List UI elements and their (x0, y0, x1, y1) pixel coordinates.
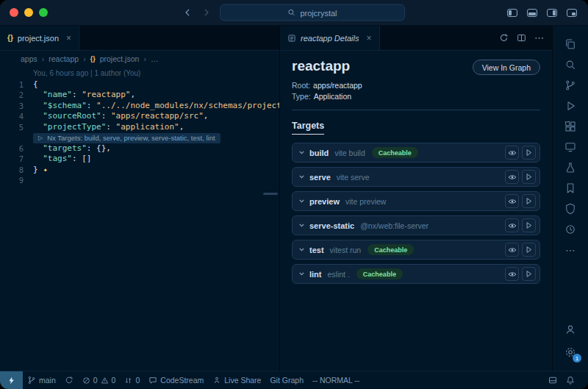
breadcrumb-item[interactable]: reactapp (49, 54, 79, 63)
cacheable-badge: Cacheable (372, 147, 418, 158)
sparkle-icon[interactable]: ✦ (43, 165, 48, 174)
vscode-window: projcrystal {} project.json × apps › (0, 0, 588, 389)
code-row: 9 (0, 175, 279, 186)
chevron-down-icon[interactable] (298, 174, 305, 180)
tab-project-json[interactable]: {} project.json × (0, 26, 79, 50)
line-number: 4 (0, 111, 33, 122)
view-target-icon[interactable] (505, 194, 519, 208)
target-row-build[interactable]: buildvite buildCacheable (292, 143, 540, 163)
explorer-icon[interactable] (561, 35, 580, 54)
toggle-primary-sidebar-icon[interactable] (507, 9, 517, 17)
breadcrumb-item[interactable]: apps (21, 54, 37, 63)
close-window-button[interactable] (10, 8, 18, 17)
compare-count: 0 (135, 376, 140, 385)
view-target-icon[interactable] (505, 218, 519, 232)
run-target-icon[interactable] (522, 267, 536, 281)
tab-label: project.json (18, 34, 59, 43)
history-icon[interactable] (561, 220, 580, 239)
code-row: 4 "sourceRoot": "apps/reactapp/src", (0, 111, 279, 122)
target-command: eslint . (328, 270, 350, 279)
account-icon[interactable] (561, 320, 580, 339)
forward-icon[interactable] (201, 8, 211, 18)
breadcrumb-item[interactable]: … (151, 54, 159, 63)
panel-layout-icon[interactable] (544, 376, 562, 385)
more-views-icon[interactable]: ⋯ (561, 240, 580, 260)
search-icon[interactable] (561, 55, 580, 74)
target-row-test[interactable]: testvitest runCacheable (292, 240, 540, 260)
breadcrumb[interactable]: apps › reactapp › {} project.json › … (0, 51, 279, 66)
more-actions-icon[interactable]: ⋯ (534, 32, 544, 43)
run-target-icon[interactable] (522, 243, 536, 257)
vim-mode-item[interactable]: -- NORMAL -- (308, 371, 364, 389)
nx-targets-hint[interactable]: ▷Nx Targets: build, serve, preview, serv… (33, 133, 220, 143)
problems-item[interactable]: 0 0 (78, 371, 121, 389)
remote-indicator[interactable] (0, 371, 23, 389)
close-tab-icon[interactable]: × (364, 33, 372, 43)
chevron-down-icon[interactable] (298, 271, 305, 277)
bell-icon[interactable] (562, 376, 579, 385)
toggle-panel-icon[interactable] (527, 9, 537, 17)
target-row-serve-static[interactable]: serve-static@nx/web:file-server (292, 215, 540, 235)
scrollbar-thumb[interactable] (263, 193, 278, 195)
zoom-window-button[interactable] (39, 8, 48, 17)
breadcrumb-separator: › (42, 54, 45, 63)
git-graph-item[interactable]: Git Graph (265, 371, 308, 389)
live-share-item[interactable]: Live Share (208, 371, 265, 389)
code-lines: You, 6 hours ago | 1 author (You)1{2 "na… (0, 68, 279, 186)
split-editor-icon[interactable] (517, 33, 526, 43)
cacheable-badge: Cacheable (356, 268, 403, 279)
source-control-icon[interactable] (561, 76, 580, 95)
run-target-icon[interactable] (522, 194, 536, 208)
run-debug-icon[interactable] (561, 96, 580, 115)
chevron-down-icon[interactable] (298, 149, 305, 156)
toggle-secondary-sidebar-icon[interactable] (547, 9, 557, 17)
run-target-icon[interactable] (522, 170, 536, 184)
chevron-down-icon[interactable] (298, 198, 305, 204)
chevron-down-icon[interactable] (298, 246, 305, 253)
view-in-graph-button[interactable]: View In Graph (473, 60, 540, 75)
extensions-icon[interactable] (561, 117, 580, 136)
git-graph-label: Git Graph (270, 376, 304, 385)
view-target-icon[interactable] (505, 267, 519, 281)
blame-annotation[interactable]: You, 6 hours ago | 1 author (You) (33, 68, 140, 79)
command-center-search[interactable]: projcrystal (220, 4, 405, 21)
sync-icon[interactable] (60, 371, 78, 389)
code-row: 3 "$schema": "../../node_modules/nx/sche… (0, 101, 279, 112)
target-row-preview[interactable]: previewvite preview (292, 191, 540, 211)
nx-console-icon[interactable] (561, 199, 580, 218)
target-name: serve-static (309, 221, 354, 230)
compare-changes-item[interactable]: 0 (120, 371, 144, 389)
view-target-icon[interactable] (505, 243, 519, 257)
divider (292, 110, 540, 110)
view-target-icon[interactable] (505, 146, 519, 160)
target-name: lint (309, 270, 322, 279)
target-row-lint[interactable]: linteslint .Cacheable (292, 264, 540, 284)
view-target-icon[interactable] (505, 170, 519, 184)
minimize-window-button[interactable] (24, 8, 33, 17)
activity-bar: ⋯ 1 (552, 26, 588, 371)
breadcrumb-item[interactable]: project.json (100, 54, 140, 63)
targets-heading: Targets (292, 121, 324, 135)
code-editor[interactable]: You, 6 hours ago | 1 author (You)1{2 "na… (0, 66, 279, 371)
json-file-icon: {} (90, 55, 96, 63)
refresh-icon[interactable] (499, 33, 509, 43)
breadcrumb-separator: › (143, 54, 146, 63)
settings-gear-icon[interactable]: 1 (561, 343, 580, 362)
breadcrumb-separator: › (83, 54, 86, 63)
code-row: 2 "name": "reactapp", (0, 90, 279, 101)
testing-flask-icon[interactable] (561, 158, 580, 177)
codestream-item[interactable]: CodeStream (144, 371, 208, 389)
run-target-icon[interactable] (522, 218, 536, 232)
close-tab-icon[interactable]: × (63, 33, 71, 43)
target-row-serve[interactable]: servevite serve (292, 167, 540, 187)
remote-explorer-icon[interactable] (561, 138, 580, 157)
chevron-down-icon[interactable] (298, 222, 305, 229)
bookmarks-icon[interactable] (561, 179, 580, 198)
customize-layout-icon[interactable] (567, 9, 577, 17)
run-target-icon[interactable] (522, 146, 536, 160)
back-icon[interactable] (183, 8, 193, 18)
error-count: 0 (93, 376, 98, 385)
tab-reactapp-details[interactable]: reactapp Details × (280, 26, 380, 50)
git-branch-item[interactable]: main (23, 371, 60, 389)
target-command: vite serve (337, 173, 370, 182)
